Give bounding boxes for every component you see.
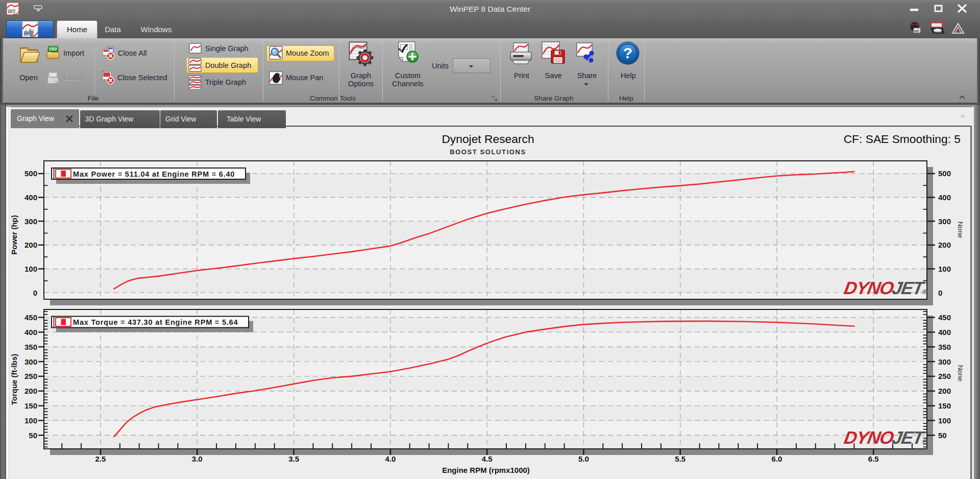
svg-text:300: 300 xyxy=(24,217,37,226)
svg-text:Max Power = 511.04 at Engine R: Max Power = 511.04 at Engine RPM = 6.40 xyxy=(73,170,235,178)
svg-text:150: 150 xyxy=(24,401,37,410)
svg-text:DYNO: DYNO xyxy=(843,278,895,298)
svg-text:100: 100 xyxy=(938,265,951,273)
svg-text:100: 100 xyxy=(24,265,37,273)
svg-text:Torque (ft-lbs): Torque (ft-lbs) xyxy=(10,354,18,405)
svg-text:500: 500 xyxy=(24,169,37,178)
svg-text:JET®: JET® xyxy=(891,278,930,298)
svg-text:?: ? xyxy=(623,44,632,61)
svg-text:0: 0 xyxy=(938,289,942,297)
svg-text:4.5: 4.5 xyxy=(482,454,493,463)
svg-text:100: 100 xyxy=(938,416,951,425)
svg-text:5.5: 5.5 xyxy=(675,454,685,463)
svg-text:4.0: 4.0 xyxy=(385,454,396,463)
svg-text:6.5: 6.5 xyxy=(868,454,879,463)
svg-text:50: 50 xyxy=(938,431,947,440)
svg-text:Power (hp): Power (hp) xyxy=(10,215,18,255)
svg-text:None: None xyxy=(957,365,964,381)
svg-text:400: 400 xyxy=(24,193,37,202)
svg-text:400: 400 xyxy=(24,328,37,337)
svg-text:300: 300 xyxy=(938,217,951,226)
svg-text:450: 450 xyxy=(24,313,37,322)
svg-text:5.0: 5.0 xyxy=(578,454,589,463)
svg-text:200: 200 xyxy=(938,241,951,249)
svg-text:CF: SAE Smoothing: 5: CF: SAE Smoothing: 5 xyxy=(844,132,961,146)
svg-text:400: 400 xyxy=(938,193,951,202)
svg-text:Dynojet Research: Dynojet Research xyxy=(442,132,534,146)
svg-text:3.5: 3.5 xyxy=(288,454,299,463)
svg-text:150: 150 xyxy=(938,401,951,410)
svg-text:450: 450 xyxy=(938,313,951,322)
svg-text:Max Torque = 437.30 at Engine: Max Torque = 437.30 at Engine RPM = 5.64 xyxy=(73,318,238,326)
svg-text:500: 500 xyxy=(938,169,951,178)
svg-text:None: None xyxy=(957,222,964,238)
svg-text:6.0: 6.0 xyxy=(772,454,782,463)
svg-text:250: 250 xyxy=(24,372,37,380)
svg-text:400: 400 xyxy=(938,328,951,337)
svg-text:350: 350 xyxy=(24,343,37,351)
svg-text:250: 250 xyxy=(938,372,951,380)
svg-text:300: 300 xyxy=(938,357,951,366)
svg-text:BOOST SOLUTIONS: BOOST SOLUTIONS xyxy=(450,148,526,156)
svg-text:2.5: 2.5 xyxy=(95,454,106,463)
svg-text:100: 100 xyxy=(24,416,37,425)
svg-text:200: 200 xyxy=(24,387,37,395)
svg-text:CSV: CSV xyxy=(50,73,57,77)
svg-text:200: 200 xyxy=(938,387,951,395)
svg-text:300: 300 xyxy=(24,357,37,366)
svg-text:200: 200 xyxy=(24,241,37,249)
svg-text:JET®: JET® xyxy=(891,427,930,447)
svg-text:W8: W8 xyxy=(8,9,15,14)
svg-text:w8: w8 xyxy=(914,29,919,33)
svg-text:DYNO: DYNO xyxy=(843,427,895,447)
svg-text:Engine RPM (rpmx1000): Engine RPM (rpmx1000) xyxy=(442,466,530,474)
svg-text:CSV: CSV xyxy=(49,47,57,52)
svg-text:50: 50 xyxy=(29,431,37,440)
svg-text:350: 350 xyxy=(938,343,951,351)
svg-text:3.0: 3.0 xyxy=(192,454,203,463)
svg-text:0: 0 xyxy=(33,289,37,297)
